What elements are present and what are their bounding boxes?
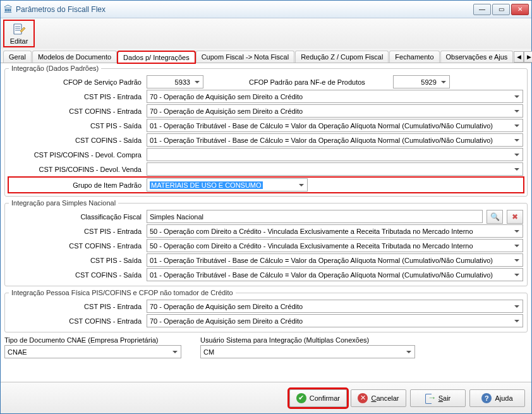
cfop-nfe-select[interactable]: 5929 bbox=[393, 75, 450, 88]
grupo-simples-nacional: Integração para Simples Nacional Classif… bbox=[4, 199, 528, 286]
titlebar: 🏛 Parâmetros do Fiscall Flex — ▭ ✕ bbox=[1, 1, 531, 18]
grupo-pessoa-fisica: Integração Pessoa Física PIS/COFINS e CF… bbox=[4, 289, 528, 332]
edit-icon bbox=[11, 22, 27, 37]
cst-pis-entrada-select[interactable]: 70 - Operação de Aquisição sem Direito a… bbox=[147, 90, 523, 103]
sn-cst-pis-saida-label: CST PIS - Saída bbox=[9, 257, 143, 264]
cst-pis-saida-label: CST PIS - Saída bbox=[9, 122, 143, 130]
tab-cupom-fiscal-nota-fiscal[interactable]: Cupom Fiscal -> Nota Fiscal bbox=[196, 51, 294, 63]
exit-icon bbox=[425, 393, 435, 403]
cfop-servico-select[interactable]: 5933 bbox=[147, 75, 203, 88]
window-title: Parâmetros do Fiscall Flex bbox=[16, 5, 473, 14]
sn-cst-cofins-entrada-label: CST COFINS - Entrada bbox=[9, 242, 143, 250]
search-icon: 🔍 bbox=[490, 212, 500, 221]
tab-dados-integracoes[interactable]: Dados p/ Integrações bbox=[118, 51, 195, 63]
content-area: Integração (Dados Padrões) CFOP de Servi… bbox=[1, 63, 531, 382]
tab-scroll-right[interactable]: ▶ bbox=[524, 51, 532, 63]
cancel-icon: ✕ bbox=[358, 393, 368, 403]
footer-buttons: ✔ Confirmar ✕ Cancelar Sair ? Ajuda bbox=[1, 382, 531, 413]
classificacao-clear-button[interactable]: ✖ bbox=[507, 210, 523, 224]
usuario-sistema-select[interactable]: CM bbox=[200, 345, 415, 358]
maximize-button[interactable]: ▭ bbox=[492, 4, 510, 15]
tipo-doc-cnae-label: Tipo de Documento CNAE (Empresa Propriet… bbox=[4, 336, 181, 344]
cst-pis-saida-select[interactable]: 01 - Operação Tributável - Base de Cálcu… bbox=[147, 119, 523, 132]
editar-label: Editar bbox=[10, 37, 28, 45]
legend-dados-padroes: Integração (Dados Padrões) bbox=[9, 64, 101, 72]
sn-cst-cofins-entrada-select[interactable]: 50 - Operação com Direito a Crédito - Vi… bbox=[147, 239, 523, 252]
pf-cst-pis-entrada-label: CST PIS - Entrada bbox=[9, 303, 143, 310]
tab-geral[interactable]: Geral bbox=[3, 51, 32, 63]
cfop-servico-label: CFOP de Serviço Padrão bbox=[9, 78, 143, 86]
bottom-row: Tipo de Documento CNAE (Empresa Propriet… bbox=[4, 336, 528, 358]
sn-cst-pis-entrada-label: CST PIS - Entrada bbox=[9, 228, 143, 235]
close-button[interactable]: ✕ bbox=[511, 4, 529, 15]
confirmar-button[interactable]: ✔ Confirmar bbox=[289, 389, 347, 407]
cfop-nfe-label: CFOP Padrão para NF-e de Produtos bbox=[249, 78, 366, 86]
devol-venda-select[interactable] bbox=[147, 162, 523, 176]
app-icon: 🏛 bbox=[3, 4, 13, 15]
editar-button[interactable]: Editar bbox=[3, 20, 35, 47]
grupo-item-select[interactable]: MATERIAIS DE USO E CONSUMO bbox=[147, 178, 308, 192]
sn-cst-pis-saida-select[interactable]: 01 - Operação Tributável - Base de Cálcu… bbox=[147, 253, 523, 267]
legend-simples-nacional: Integração para Simples Nacional bbox=[9, 199, 118, 207]
classificacao-fiscal-label: Classificação Fiscal bbox=[9, 213, 143, 221]
tab-scroll-left[interactable]: ◀ bbox=[514, 51, 524, 63]
check-icon: ✔ bbox=[296, 393, 306, 403]
usuario-sistema-label: Usuário Sistema para Integração (Multipl… bbox=[200, 336, 415, 344]
classificacao-lookup-button[interactable]: 🔍 bbox=[487, 210, 503, 224]
sn-cst-cofins-saida-label: CST COFINS - Saída bbox=[9, 271, 143, 279]
tab-modelos-documento[interactable]: Modelos de Documento bbox=[32, 51, 117, 63]
devol-compra-label: CST PIS/COFINS - Devol. Compra bbox=[9, 151, 143, 159]
cancelar-button[interactable]: ✕ Cancelar bbox=[351, 389, 406, 407]
help-icon: ? bbox=[481, 393, 492, 403]
cst-cofins-saida-select[interactable]: 01 - Operação Tributável - Base de Cálcu… bbox=[147, 133, 523, 147]
tab-fechamento[interactable]: Fechamento bbox=[389, 51, 439, 63]
toolbar: Editar bbox=[1, 18, 531, 49]
pf-cst-pis-entrada-select[interactable]: 70 - Operação de Aquisição sem Direito a… bbox=[147, 300, 523, 313]
pf-cst-cofins-entrada-label: CST COFINS - Entrada bbox=[9, 317, 143, 325]
tab-reducao-z[interactable]: Redução Z / Cupom Fiscal bbox=[295, 51, 389, 63]
legend-pessoa-fisica: Integração Pessoa Física PIS/COFINS e CF… bbox=[9, 289, 236, 296]
grupo-item-label: Grupo de Item Padrão bbox=[9, 181, 143, 189]
cst-cofins-entrada-label: CST COFINS - Entrada bbox=[9, 107, 143, 115]
tab-strip: Geral Modelos de Documento Dados p/ Inte… bbox=[1, 49, 531, 63]
parametros-window: 🏛 Parâmetros do Fiscall Flex — ▭ ✕ Edita… bbox=[0, 0, 532, 414]
sair-label: air bbox=[443, 394, 450, 402]
eraser-icon: ✖ bbox=[512, 212, 518, 221]
cst-cofins-saida-label: CST COFINS - Saída bbox=[9, 137, 143, 144]
devol-compra-select[interactable] bbox=[147, 148, 523, 161]
devol-venda-label: CST PIS/COFINS - Devol. Venda bbox=[9, 166, 143, 173]
sn-cst-cofins-saida-select[interactable]: 01 - Operação Tributável - Base de Cálcu… bbox=[147, 268, 523, 281]
cancelar-label: ancelar bbox=[376, 394, 399, 402]
classificacao-fiscal-input[interactable]: Simples Nacional bbox=[147, 210, 483, 223]
grupo-integracao-dados-padroes: Integração (Dados Padrões) CFOP de Servi… bbox=[4, 64, 528, 197]
cst-pis-entrada-label: CST PIS - Entrada bbox=[9, 93, 143, 100]
sn-cst-pis-entrada-select[interactable]: 50 - Operação com Direito a Crédito - Vi… bbox=[147, 224, 523, 238]
tab-observacoes[interactable]: Observações e Ajus bbox=[440, 51, 514, 63]
ajuda-button[interactable]: ? Ajuda bbox=[469, 389, 525, 407]
svg-rect-0 bbox=[14, 24, 21, 34]
cst-cofins-entrada-select[interactable]: 70 - Operação de Aquisição sem Direito a… bbox=[147, 104, 523, 118]
sair-button[interactable]: Sair bbox=[410, 389, 466, 407]
pf-cst-cofins-entrada-select[interactable]: 70 - Operação de Aquisição sem Direito a… bbox=[147, 314, 523, 327]
tipo-doc-cnae-select[interactable]: CNAE bbox=[4, 345, 181, 358]
minimize-button[interactable]: — bbox=[473, 4, 491, 15]
